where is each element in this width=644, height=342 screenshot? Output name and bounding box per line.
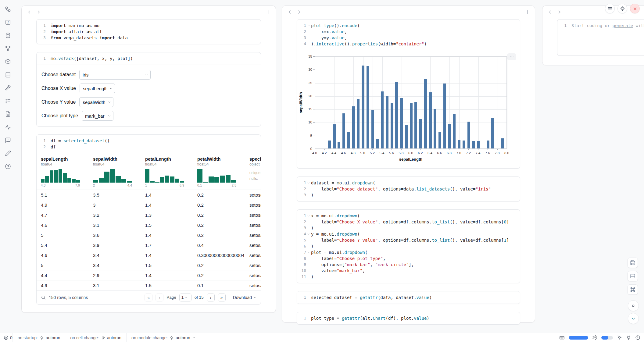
panel-button-activity[interactable] [2, 122, 13, 133]
panel-button-tools[interactable] [2, 82, 13, 93]
move-column-right-button[interactable] [295, 8, 303, 16]
connection-button[interactable] [626, 335, 631, 340]
download-button[interactable]: Download [233, 295, 256, 300]
shutdown-button[interactable] [630, 4, 640, 13]
cell: 1plot_type = getattr(alt.Chart(df), plot… [297, 312, 520, 325]
panel-button-book[interactable] [2, 69, 13, 80]
code-line: 3) [298, 192, 517, 198]
code-editor[interactable]: 1df = selected_dataset()2df [37, 135, 261, 153]
interrupt-button[interactable] [628, 300, 639, 311]
settings-button[interactable] [617, 4, 627, 13]
add-cell-button[interactable] [264, 8, 272, 16]
chevron-down-icon [185, 296, 188, 299]
scroll-to-bottom-button[interactable] [628, 313, 639, 324]
add-cell-button[interactable] [523, 8, 531, 16]
code-editor[interactable]: 1mo.vstack([dataset, x, y, plot]) [37, 52, 261, 65]
bar [487, 141, 489, 148]
table-search-button[interactable] [41, 295, 46, 300]
scratchpad-icon [5, 150, 11, 156]
command-palette-button[interactable] [628, 284, 638, 295]
move-column-left-button[interactable] [286, 8, 294, 16]
move-column-right-button[interactable] [555, 8, 563, 16]
code-editor[interactable]: 1selected_dataset = getattr(data, datase… [297, 291, 520, 304]
panel-button-workflow[interactable] [2, 4, 13, 15]
fold-chevron-icon[interactable] [306, 213, 311, 219]
code-editor[interactable]: 1x = mo.ui.dropdown(2 label="Choose X va… [297, 210, 520, 283]
column-header[interactable]: sepalWidthfloat6424.4 [93, 156, 145, 187]
table-cell: 0.2 [197, 192, 249, 198]
panel-button-chat[interactable] [2, 135, 13, 146]
table-row[interactable]: 4.931.40.2setosa [37, 200, 261, 210]
clock-icon [635, 335, 640, 340]
table-row[interactable]: 5.13.51.40.2setosa [37, 190, 261, 200]
toggle-panel-button[interactable] [628, 271, 638, 281]
table-row[interactable]: 4.63.41.40.30000000000000004setosa [37, 250, 261, 260]
cell: 1import marimo as mo2import altair as al… [36, 19, 261, 44]
code-editor[interactable]: 1plot_type().encode(2 x=x.value,3 y=y.va… [297, 20, 520, 50]
ai-pointer-button[interactable] [617, 335, 622, 340]
panel-button-package[interactable] [2, 56, 13, 67]
move-column-right-button[interactable] [34, 8, 42, 16]
control-row: Choose X valuesepalLength [41, 84, 256, 93]
keyboard-shortcuts-button[interactable] [559, 335, 565, 340]
dataset-select[interactable]: iris [79, 70, 151, 80]
move-column-left-button[interactable] [546, 8, 554, 16]
table-row[interactable]: 4.63.11.50.2setosa [37, 220, 261, 230]
on-module-change-autorun-button[interactable]: on module change: autorun [126, 333, 201, 342]
fold-chevron-icon[interactable] [306, 23, 311, 29]
move-column-left-button[interactable] [25, 8, 33, 16]
panel-button-database[interactable] [2, 30, 13, 41]
on-startup-autorun-button[interactable]: on startup: autorun [13, 333, 65, 342]
fold-chevron-icon[interactable] [306, 180, 311, 186]
fold-chevron-icon[interactable] [306, 231, 311, 237]
table-row[interactable]: 4.73.21.30.2setosa [37, 210, 261, 220]
panel-button-checklist[interactable] [2, 95, 13, 106]
panel-button-functions[interactable]: f [2, 17, 13, 28]
plot-type-select[interactable]: mark_bar [82, 111, 113, 121]
code-editor[interactable]: 1dataset = mo.ui.dropdown(2 label="Choos… [297, 177, 520, 201]
history-button[interactable] [635, 335, 640, 340]
table-row[interactable]: 4.93.11.50.1setosa [37, 280, 261, 290]
panel-button-help[interactable] [2, 161, 13, 172]
next-page-button[interactable]: › [207, 294, 215, 301]
table-row[interactable]: 4.42.91.40.2setosa [37, 270, 261, 280]
line-number: 2 [298, 29, 306, 35]
prev-page-button[interactable]: ‹ [156, 294, 163, 301]
line-number: 1 [298, 180, 306, 186]
errors-button[interactable]: 0 [4, 335, 13, 340]
x-tick-label: 5.0 [360, 151, 365, 155]
code-editor[interactable]: 1plot_type = getattr(alt.Chart(df), plot… [297, 312, 520, 324]
table-row[interactable]: 5.43.91.70.4setosa [37, 240, 261, 250]
bar [395, 82, 398, 148]
table-cell: 1.3 [145, 212, 197, 218]
on-cell-change-autorun-button[interactable]: on cell change: autorun [65, 333, 126, 342]
code-line: 11) [298, 274, 517, 280]
column-header[interactable]: speciesobjectunique:nulls: [249, 156, 261, 187]
first-page-button[interactable]: « [145, 294, 152, 301]
fold-chevron-icon[interactable] [306, 249, 311, 255]
code-text: y=y.value, [311, 35, 347, 41]
y-value-select[interactable]: sepalWidth [79, 97, 113, 107]
table-row[interactable]: 53.41.50.2setosa [37, 260, 261, 270]
chart-menu-button[interactable] [507, 53, 516, 60]
code-text: plot_type = getattr(alt.Chart(df), plot.… [311, 315, 429, 321]
notebook-menu-button[interactable] [605, 4, 615, 13]
table-row[interactable]: 53.61.40.2setosa [37, 230, 261, 240]
bar [434, 109, 436, 148]
panel-button-document[interactable] [2, 109, 13, 119]
line-number: 11 [298, 274, 306, 280]
last-page-button[interactable]: » [218, 294, 226, 301]
x-value-select[interactable]: sepalLength [80, 84, 115, 93]
panel-button-graph[interactable] [2, 43, 13, 54]
zap-icon [170, 336, 174, 340]
code-editor[interactable]: 1import marimo as mo2import altair as al… [37, 20, 261, 44]
bar [477, 141, 480, 148]
column-header[interactable]: sepalLengthfloat644.37.9 [41, 156, 93, 187]
save-layout-button[interactable] [628, 258, 638, 268]
column-header[interactable]: petalWidthfloat640.12.5 [197, 156, 249, 187]
column-header[interactable]: petalLengthfloat6416.9 [145, 156, 197, 187]
generate-with-ai-link[interactable]: generate [613, 23, 633, 28]
panel-button-pencil[interactable] [2, 148, 13, 159]
page-select[interactable]: 1 [179, 294, 191, 301]
code-editor[interactable]: 1Start coding or generate with AI [557, 20, 644, 32]
